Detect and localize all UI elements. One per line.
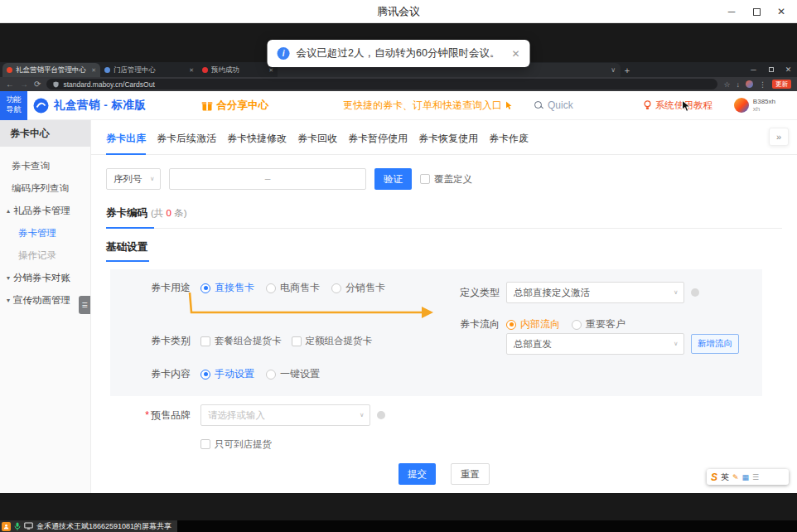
share-text: 金禾通技术王斌18662591081的屏幕共享 <box>36 521 171 532</box>
sidebar-title: 券卡中心 <box>0 120 90 147</box>
maximize-button[interactable] <box>744 0 769 23</box>
sidebar-item-op-log[interactable]: 操作记录 <box>0 244 90 267</box>
add-flow-button[interactable]: 新增流向 <box>691 334 739 354</box>
brand-name: 礼盒营销 - 标准版 <box>54 98 147 113</box>
ime-toolbar[interactable]: S 英 ✎ ▦ ☰ <box>707 469 789 485</box>
radio-icon <box>200 283 210 293</box>
sidebar: 券卡中心 券卡查询 编码序列查询 ▴礼品券卡管理 券卡管理 操作记录 ▾分销券卡… <box>0 120 91 493</box>
sidebar-item-card-query[interactable]: 券卡查询 <box>0 155 90 177</box>
url-bar[interactable]: standard.maboy.cn/CardsOut <box>46 79 717 89</box>
store-only-checkbox[interactable]: 只可到店提货 <box>200 438 272 451</box>
tabs-more-button[interactable]: » <box>769 128 789 146</box>
ime-menu-icon[interactable]: ☰ <box>752 473 759 481</box>
avatar <box>734 98 749 113</box>
sidebar-item-card-manage[interactable]: 券卡管理 <box>0 222 90 244</box>
help-icon[interactable] <box>377 411 385 419</box>
radio-ecom-sale[interactable]: 电商售卡 <box>266 281 320 295</box>
checkbox-package-card[interactable]: 套餐组合提货卡 <box>200 335 282 347</box>
ime-keyboard-icon[interactable]: ▦ <box>742 473 750 481</box>
tab-card-outbound[interactable]: 券卡出库 <box>106 132 146 155</box>
bookmark-icon[interactable]: ☆ <box>723 80 730 89</box>
sidebar-item-code-query[interactable]: 编码序列查询 <box>0 177 90 200</box>
help-icon[interactable] <box>691 288 699 297</box>
tutorial-link[interactable]: 系统使用教程 <box>643 99 712 112</box>
sidebar-group-animation[interactable]: ▾宣传动画管理 <box>0 289 90 312</box>
refresh-icon[interactable]: ⟳ <box>34 80 41 89</box>
sidebar-collapse-handle[interactable]: ☰ <box>79 296 90 314</box>
tab-favicon <box>7 67 12 73</box>
define-type-value: 总部直接定义激活 <box>514 287 590 299</box>
browser-profile-avatar[interactable] <box>746 80 753 88</box>
ime-pen-icon[interactable]: ✎ <box>732 473 739 481</box>
tab-card-void[interactable]: 券卡作废 <box>489 132 529 155</box>
radio-direct-sale[interactable]: 直接售卡 <box>200 281 254 295</box>
promo-link[interactable]: 更快捷的券卡、订单和快递查询入口 <box>343 99 513 113</box>
sidebar-group-gift-card-manage[interactable]: ▴礼品券卡管理 <box>0 200 90 222</box>
radio-internal-flow[interactable]: 内部流向 <box>506 317 560 331</box>
serial-type-select[interactable]: 序列号 <box>106 168 161 190</box>
group-label: 宣传动画管理 <box>13 294 70 307</box>
tab-card-activation[interactable]: 券卡后续激活 <box>157 132 216 155</box>
ime-language-toggle[interactable]: 英 <box>721 472 729 483</box>
nav-toggle-button[interactable]: 功能 导航 <box>0 91 27 120</box>
reset-button[interactable]: 重置 <box>451 463 490 485</box>
define-type-select[interactable]: 总部直接定义激活 <box>506 282 684 303</box>
option-label: 分销售卡 <box>345 281 385 295</box>
browser-minimize-button[interactable]: ─ <box>745 62 762 77</box>
checkbox-quota-card[interactable]: 定额组合提货卡 <box>292 335 373 347</box>
new-tab-button[interactable]: + <box>621 63 634 77</box>
codes-count-prefix: (共 <box>151 208 167 218</box>
browser-tab-booking[interactable]: 预约成功 ✕ <box>198 63 278 77</box>
define-type-row: 定义类型 总部直接定义激活 <box>458 282 699 303</box>
group-label: 礼品券卡管理 <box>13 205 70 217</box>
verify-button[interactable]: 验证 <box>374 168 412 190</box>
meeting-titlebar[interactable]: 腾讯会议 ─ ✕ <box>0 0 797 23</box>
close-button[interactable]: ✕ <box>769 0 794 23</box>
browser-tab-gift-admin[interactable]: 礼盒营销平台管理中心 ✕ <box>2 63 100 77</box>
tab-basic-settings[interactable]: 基础设置 <box>106 240 149 262</box>
notification-close-icon[interactable]: ✕ <box>511 48 519 60</box>
tab-close-icon[interactable]: ✕ <box>189 67 194 74</box>
flow-select[interactable]: 总部直发 <box>506 333 684 355</box>
override-checkbox[interactable]: 覆盖定义 <box>420 173 472 186</box>
download-icon[interactable]: ↓ <box>737 80 741 89</box>
brand: 礼盒营销 - 标准版 <box>33 98 147 114</box>
addressbar-actions: ☆ ↓ ⋮ 更新 <box>723 80 791 89</box>
serial-range-input[interactable]: – <box>169 168 366 190</box>
checkbox-icon <box>420 174 430 184</box>
tab-card-suspend[interactable]: 券卡暂停使用 <box>348 132 408 155</box>
tab-close-icon[interactable]: ✕ <box>91 67 96 74</box>
back-icon[interactable]: ← <box>6 80 14 89</box>
browser-menu-icon[interactable]: ⋮ <box>759 80 766 89</box>
main-panel: 券卡出库 券卡后续激活 券卡快捷修改 券卡回收 券卡暂停使用 券卡恢复使用 券卡… <box>91 120 797 493</box>
browser-update-button[interactable]: 更新 <box>772 80 791 89</box>
presale-brand-select[interactable]: 请选择或输入 <box>200 404 370 426</box>
usage-row: 券卡用途 直接售卡 电商售卡 分销售卡 <box>110 281 385 295</box>
sidebar-group-distribution[interactable]: ▾分销券卡对账 <box>0 267 90 289</box>
screen-share-indicator: 金禾通技术王斌18662591081的屏幕共享 <box>0 520 177 532</box>
browser-tab-store-admin[interactable]: 门店管理中心 ✕ <box>100 63 198 77</box>
quick-search[interactable]: Quick <box>534 99 573 111</box>
chevron-down-icon[interactable]: ∨ <box>611 66 616 74</box>
tab-card-resume[interactable]: 券卡恢复使用 <box>418 132 478 155</box>
forward-icon[interactable]: → <box>20 80 28 89</box>
brand-placeholder: 请选择或输入 <box>208 409 265 422</box>
taskbar: 金禾通技术王斌18662591081的屏幕共享 <box>0 520 797 532</box>
option-label: 重要客户 <box>586 317 626 331</box>
tab-label: 门店管理中心 <box>114 65 186 75</box>
tab-card-quick-edit[interactable]: 券卡快捷修改 <box>227 132 287 155</box>
submit-button[interactable]: 提交 <box>398 463 436 485</box>
browser-maximize-button[interactable] <box>762 62 780 77</box>
user-menu[interactable]: B385xh xh <box>734 98 775 113</box>
browser-close-button[interactable]: ✕ <box>780 62 797 77</box>
radio-important-customer[interactable]: 重要客户 <box>572 317 626 331</box>
minimize-button[interactable]: ─ <box>719 0 744 23</box>
ime-logo[interactable]: S <box>711 472 717 483</box>
meeting-window: 腾讯会议 ─ ✕ 礼盒营销平台管理中心 ✕ 门店管理中心 ✕ <box>0 0 797 532</box>
radio-dist-sale[interactable]: 分销售卡 <box>331 281 385 295</box>
radio-one-click-set[interactable]: 一键设置 <box>266 367 320 381</box>
radio-manual-set[interactable]: 手动设置 <box>200 367 254 381</box>
tab-card-recycle[interactable]: 券卡回收 <box>297 132 337 155</box>
share-center-link[interactable]: 合分享中心 <box>201 99 269 113</box>
tab-close-icon[interactable]: ✕ <box>268 67 273 74</box>
